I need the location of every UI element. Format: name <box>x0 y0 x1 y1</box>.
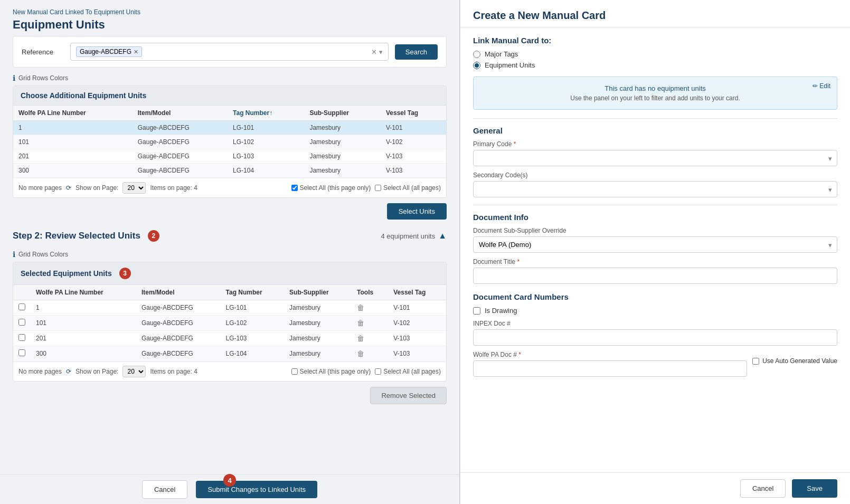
cell-vessel: V-103 <box>381 149 446 164</box>
show-on-page-select[interactable]: 20 <box>122 182 146 194</box>
radio-equipment-units-label: Equipment Units <box>485 61 535 69</box>
cell-checkbox[interactable] <box>13 300 31 316</box>
select-all-pages-checkbox-sel[interactable] <box>375 368 381 375</box>
table-row[interactable]: 300 Gauge-ABCDEFG LG-104 Jamesbury V-103 <box>13 164 446 178</box>
wolfe-pa-doc-input[interactable] <box>473 360 747 377</box>
select-all-pages-label-sel[interactable]: Select All (all pages) <box>375 368 441 375</box>
grid-rows-colors-bar-2: ℹ Grid Rows Colors <box>13 250 447 259</box>
section-divider-2 <box>473 205 837 205</box>
radio-major-tags[interactable]: Major Tags <box>473 50 837 58</box>
info-box-main-text: This card has no equipment units <box>482 84 828 92</box>
no-more-pages-sel: No more pages <box>18 368 62 375</box>
delete-icon[interactable]: 🗑 <box>357 349 364 358</box>
left-panel: New Manual Card Linked To Equipment Unit… <box>0 0 459 504</box>
is-drawing-checkbox[interactable] <box>473 307 480 315</box>
delete-icon[interactable]: 🗑 <box>357 303 364 312</box>
cell-tools[interactable]: 🗑 <box>352 316 388 331</box>
table-row[interactable]: 101 Gauge-ABCDEFG LG-102 Jamesbury V-102 <box>13 135 446 149</box>
select-this-page-checkbox-sel[interactable] <box>291 368 298 375</box>
step2-count-text: 4 equipment units <box>381 232 436 240</box>
edit-label[interactable]: Edit <box>819 82 830 90</box>
sub-supplier-select[interactable]: Wolfe PA (Demo) <box>473 236 837 253</box>
cancel-button-left[interactable]: Cancel <box>142 480 187 499</box>
clear-icon[interactable]: ✕ <box>371 48 377 56</box>
auto-gen-label: Use Auto Generated Value <box>762 357 837 365</box>
primary-code-label: Primary Code * <box>473 140 837 148</box>
cell-tag: LG-102 <box>221 316 285 331</box>
refresh-icon[interactable]: ⟳ <box>66 184 71 192</box>
edit-link[interactable]: ✏ Edit <box>813 82 830 90</box>
delete-icon[interactable]: 🗑 <box>357 334 364 343</box>
cell-line: 201 <box>13 149 133 164</box>
document-info-label: Document Info <box>473 213 837 222</box>
radio-equipment-units-input[interactable] <box>473 62 480 69</box>
col-tag-number-sel: Tag Number <box>221 285 285 300</box>
remove-selected-button[interactable]: Remove Selected <box>370 387 447 404</box>
doc-title-label: Document Title * <box>473 258 837 265</box>
tag-chip-remove[interactable]: ✕ <box>134 49 138 55</box>
table-row[interactable]: 300 Gauge-ABCDEFG LG-104 Jamesbury 🗑 V-1… <box>13 346 446 362</box>
cell-tools[interactable]: 🗑 <box>352 346 388 362</box>
save-button[interactable]: Save <box>792 479 837 498</box>
step4-badge: 4 <box>223 474 236 487</box>
auto-gen-checkbox[interactable] <box>752 358 759 365</box>
table-row[interactable]: 1 Gauge-ABCDEFG LG-101 Jamesbury 🗑 V-101 <box>13 300 446 316</box>
cell-vessel: V-102 <box>381 135 446 149</box>
cell-supplier: Jamesbury <box>304 164 381 178</box>
collapse-icon[interactable]: ▲ <box>438 231 447 241</box>
tag-search-input[interactable] <box>145 48 368 56</box>
radio-equipment-units[interactable]: Equipment Units <box>473 61 837 69</box>
cell-line: 101 <box>13 135 133 149</box>
cell-model: Gauge-ABCDEFG <box>136 300 221 316</box>
search-section: Reference Gauge-ABCDEFG ✕ ✕ ▾ Search <box>13 36 447 68</box>
cell-checkbox[interactable] <box>13 331 31 346</box>
selected-table-header: Selected Equipment Units 3 <box>13 262 446 285</box>
cell-supplier: Jamesbury <box>284 300 352 316</box>
select-this-page-label[interactable]: Select All (this page only) <box>291 184 371 192</box>
radio-major-tags-input[interactable] <box>473 51 480 58</box>
remove-selected-row: Remove Selected <box>13 387 447 404</box>
cell-tag: LG-104 <box>221 346 285 362</box>
dropdown-icon[interactable]: ▾ <box>379 48 383 56</box>
cell-supplier: Jamesbury <box>284 331 352 346</box>
select-units-button[interactable]: Select Units <box>387 203 447 220</box>
delete-icon[interactable]: 🗑 <box>357 319 364 327</box>
cell-model: Gauge-ABCDEFG <box>136 331 221 346</box>
table-row[interactable]: 201 Gauge-ABCDEFG LG-103 Jamesbury 🗑 V-1… <box>13 331 446 346</box>
doc-title-input[interactable] <box>473 268 837 284</box>
select-this-page-checkbox[interactable] <box>291 185 298 191</box>
left-header: New Manual Card Linked To Equipment Unit… <box>0 0 459 36</box>
primary-code-select[interactable] <box>473 150 837 166</box>
select-this-page-label-sel[interactable]: Select All (this page only) <box>291 368 371 375</box>
secondary-codes-select[interactable] <box>473 181 837 197</box>
wolfe-pa-field: Wolfe PA Doc # * <box>473 346 747 377</box>
cell-line: 201 <box>31 331 136 346</box>
select-all-pages-label[interactable]: Select All (all pages) <box>375 184 441 192</box>
info-icon-2: ℹ <box>13 250 15 259</box>
refresh-icon-sel[interactable]: ⟳ <box>66 368 71 375</box>
show-on-page-select-sel[interactable]: 20 <box>122 366 146 377</box>
secondary-codes-label: Secondary Code(s) <box>473 172 837 179</box>
cancel-button-right[interactable]: Cancel <box>740 479 786 498</box>
right-panel: Create a New Manual Card Link Manual Car… <box>460 0 850 504</box>
cell-tools[interactable]: 🗑 <box>352 331 388 346</box>
search-button[interactable]: Search <box>395 44 438 60</box>
table-row[interactable]: 201 Gauge-ABCDEFG LG-103 Jamesbury V-103 <box>13 149 446 164</box>
col-tag-number[interactable]: Tag Number↑ <box>228 106 304 121</box>
cell-checkbox[interactable] <box>13 346 31 362</box>
table-row[interactable]: 1 Gauge-ABCDEFG LG-101 Jamesbury V-101 <box>13 121 446 135</box>
table-row[interactable]: 101 Gauge-ABCDEFG LG-102 Jamesbury 🗑 V-1… <box>13 316 446 331</box>
radio-major-tags-label: Major Tags <box>485 50 518 58</box>
secondary-codes-wrapper <box>473 181 837 197</box>
submit-button[interactable]: Submit Changes to Linked Units <box>196 481 317 498</box>
select-all-pages-text: Select All (all pages) <box>383 184 441 192</box>
cell-checkbox[interactable] <box>13 316 31 331</box>
inpex-doc-input[interactable] <box>473 329 837 346</box>
cell-line: 101 <box>31 316 136 331</box>
tag-input[interactable]: Gauge-ABCDEFG ✕ ✕ ▾ <box>70 43 389 61</box>
select-all-pages-checkbox[interactable] <box>375 185 381 191</box>
col-tools: Tools <box>352 285 388 300</box>
cell-tools[interactable]: 🗑 <box>352 300 388 316</box>
items-on-page: Items on page: 4 <box>150 184 197 192</box>
col-item-model-sel: Item/Model <box>136 285 221 300</box>
